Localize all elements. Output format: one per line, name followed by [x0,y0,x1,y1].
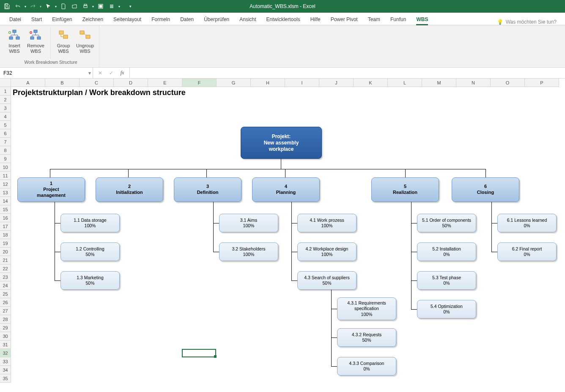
preview-icon[interactable] [96,2,105,11]
row-header-12[interactable]: 12 [0,180,11,188]
selected-cell[interactable] [182,349,216,357]
wbs-task-6-2[interactable]: 6.2 Final report0% [497,242,557,261]
wbs-task-5-2[interactable]: 5.2 Installation0% [417,242,476,261]
cancel-formula-icon[interactable]: ✕ [96,70,105,76]
wbs-node-5[interactable]: 5Realization [371,177,439,202]
fill-handle[interactable] [214,355,217,358]
row-header-22[interactable]: 22 [0,264,11,273]
wbs-node-4[interactable]: 4Planning [252,177,320,202]
row-header-27[interactable]: 27 [0,307,11,315]
wbs-task-5-3[interactable]: 5.3 Test phase0% [417,271,476,290]
row-header-6[interactable]: 6 [0,129,11,138]
row-header-10[interactable]: 10 [0,163,11,172]
undo-icon[interactable] [14,2,22,11]
row-header-7[interactable]: 7 [0,138,11,146]
new-doc-icon[interactable] [59,2,68,11]
select-all-corner[interactable] [0,79,11,87]
row-header-11[interactable]: 11 [0,172,11,180]
formula-input-wrap[interactable] [130,68,565,78]
accept-formula-icon[interactable]: ✓ [107,70,116,76]
tab-formeln[interactable]: Formeln [146,14,175,25]
row-header-9[interactable]: 9 [0,155,11,163]
formula-input[interactable] [132,70,562,76]
wbs-node-2[interactable]: 2Initialization [96,177,163,202]
wbs-task-4-1[interactable]: 4.1 Work prozess100% [297,214,357,232]
wbs-task-1-3[interactable]: 1.3 Marketing50% [60,271,120,290]
group-wbs-button[interactable]: Group WBS [55,27,72,59]
row-header-20[interactable]: 20 [0,248,11,256]
tell-me[interactable]: 💡 Was möchten Sie tun? [497,19,565,25]
remove-wbs-button[interactable]: Remove WBS [25,27,46,59]
tab-ansicht[interactable]: Ansicht [234,14,261,25]
wbs-task-1-1[interactable]: 1.1 Data storage100% [60,214,120,232]
open-icon[interactable] [70,2,79,11]
col-header-P[interactable]: P [525,79,559,87]
wbs-task-5-4[interactable]: 5.4 Optimization0% [417,300,476,318]
tab-start[interactable]: Start [26,14,47,25]
row-header-16[interactable]: 16 [0,214,11,222]
tab-wbs[interactable]: WBS [411,14,433,25]
row-header-14[interactable]: 14 [0,197,11,205]
row-header-19[interactable]: 19 [0,239,11,248]
save-icon[interactable] [3,2,11,11]
col-header-F[interactable]: F [182,79,217,87]
col-header-D[interactable]: D [114,79,148,87]
tab-seitenlayout[interactable]: Seitenlayout [108,14,146,25]
row-header-2[interactable]: 2 [0,95,11,104]
tab-zeichnen[interactable]: Zeichnen [77,14,108,25]
row-header-23[interactable]: 23 [0,273,11,281]
wbs-task-4-3[interactable]: 4.3 Search of suppliers50% [297,271,357,290]
col-header-O[interactable]: O [491,79,525,87]
fx-icon[interactable]: fx [118,70,127,76]
wbs-task-4-3-2[interactable]: 4.3.2 Requests50% [337,328,396,347]
row-header-26[interactable]: 26 [0,298,11,307]
row-header-25[interactable]: 25 [0,290,11,298]
col-header-G[interactable]: G [217,79,251,87]
print-icon[interactable] [81,2,90,11]
row-header-13[interactable]: 13 [0,188,11,197]
tab-file[interactable]: Datei [4,14,26,25]
row-header-31[interactable]: 31 [0,340,11,349]
col-header-H[interactable]: H [251,79,285,87]
tab-hilfe[interactable]: Hilfe [305,14,326,25]
name-box-input[interactable] [3,70,89,76]
wbs-task-3-2[interactable]: 3.2 Stakeholders100% [219,242,278,261]
wbs-node-3[interactable]: 3Definition [174,177,241,202]
wbs-task-4-2[interactable]: 4.2 Workplace design100% [297,242,357,261]
row-header-33[interactable]: 33 [0,357,11,366]
tab-daten[interactable]: Daten [175,14,199,25]
tab-team[interactable]: Team [363,14,385,25]
wbs-node-6[interactable]: 6Closing [452,177,519,202]
tab-einfugen[interactable]: Einfügen [47,14,77,25]
row-header-32[interactable]: 32 [0,349,11,357]
col-header-A[interactable]: A [11,79,45,87]
ungroup-wbs-button[interactable]: Ungroup WBS [74,27,96,59]
col-header-I[interactable]: I [285,79,319,87]
row-header-1[interactable]: 1 [0,87,11,95]
row-header-21[interactable]: 21 [0,256,11,264]
col-header-E[interactable]: E [148,79,182,87]
row-header-15[interactable]: 15 [0,205,11,214]
col-header-L[interactable]: L [388,79,422,87]
row-header-34[interactable]: 34 [0,366,11,374]
wbs-task-1-2[interactable]: 1.2 Controlling50% [60,242,120,261]
row-header-3[interactable]: 3 [0,104,11,112]
col-header-K[interactable]: K [354,79,388,87]
wbs-task-4-3-1[interactable]: 4.3.1 Requirements specification100% [337,297,396,320]
col-header-N[interactable]: N [456,79,491,87]
tab-uberprufen[interactable]: Überprüfen [199,14,234,25]
row-header-5[interactable]: 5 [0,121,11,129]
list-icon[interactable] [107,2,116,11]
col-header-J[interactable]: J [319,79,354,87]
wbs-task-6-1[interactable]: 6.1 Lessons learned0% [497,214,557,232]
tab-funfun[interactable]: Funfun [385,14,411,25]
chevron-down-icon[interactable]: ▾ [88,70,91,76]
row-header-28[interactable]: 28 [0,315,11,324]
wbs-root[interactable]: Projekt: New assembly workplace [241,127,322,159]
row-header-35[interactable]: 35 [0,374,11,383]
worksheet[interactable]: ABCDEFGHIJKLMNOP 12345678910111213141516… [0,79,565,392]
row-header-4[interactable]: 4 [0,112,11,121]
col-header-B[interactable]: B [45,79,80,87]
pointer-icon[interactable] [44,2,52,11]
tab-powerpivot[interactable]: Power Pivot [326,14,363,25]
